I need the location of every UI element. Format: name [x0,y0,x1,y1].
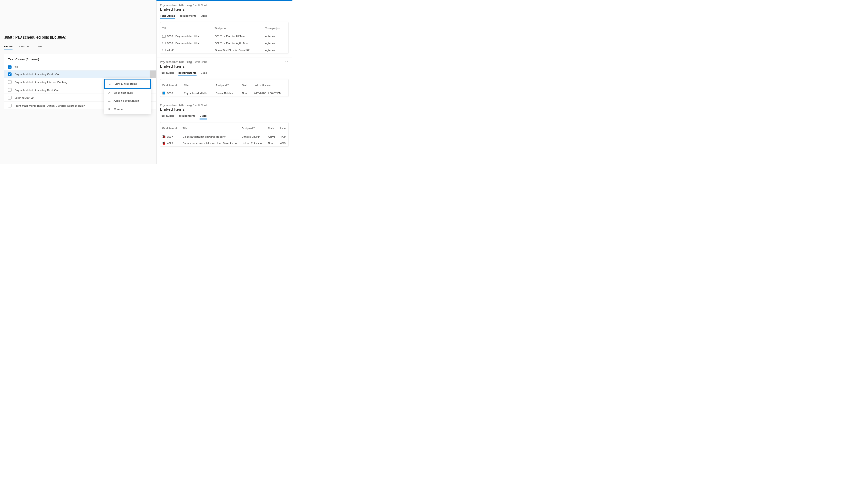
col-latest-update: Latest Update [252,79,288,90]
bugs-table: WorkItem Id Title Assigned To State Late… [160,122,289,146]
row-checkbox[interactable] [8,72,11,76]
cell: Cannot schedule a bill more than 3 weeks… [180,140,239,146]
cell: agileproj [263,47,288,53]
cell: New [266,140,278,146]
cell: 3897 [167,135,173,138]
cell: 4229 [167,141,173,145]
panel-title: Linked Items [160,107,289,112]
menu-label: Open test case [114,91,133,94]
cell: 3850 [167,92,173,95]
page-title: 3850 : Pay scheduled bills (ID: 3866) [4,35,157,40]
list-icon [108,99,111,102]
menu-label: Assign configuration [114,99,139,102]
cell: Chuck Reinhart [213,90,240,97]
table-row[interactable]: 🐞4229 Cannot schedule a bill more than 3… [160,140,288,146]
svg-point-0 [153,73,154,74]
cell: New [240,90,252,97]
tab-bugs[interactable]: Bugs [201,14,207,19]
row-title: Login to AS400 [15,96,34,99]
test-cases-heading: Test Cases (6 items) [4,54,157,64]
svg-point-2 [153,75,154,76]
title-col-header: Title [15,66,19,69]
requirements-table: WorkItem Id Title Assigned To State Late… [160,79,289,97]
tab-bugs[interactable]: Bugs [200,114,207,120]
table-row[interactable]: Pay scheduled bills using Credit Card [4,70,157,78]
cell: Pay scheduled bills [182,90,213,97]
close-icon[interactable] [284,104,289,108]
col-title: Title [182,79,213,90]
bug-icon: 🐞 [162,135,165,138]
row-checkbox[interactable] [8,88,11,91]
cell: Calendar data not showing properly [180,133,239,140]
test-suites-table: Title Test plan Team project 3850 : Pay … [160,22,289,53]
tab-chart[interactable]: Chart [35,45,42,50]
svg-rect-6 [163,42,163,43]
linked-items-panel-bugs: Pay scheduled bills using Credit Card Li… [157,101,293,147]
close-icon[interactable] [284,3,289,8]
col-team-project: Team project [263,22,288,33]
tab-requirements[interactable]: Requirements [178,71,196,76]
suite-icon [162,48,165,51]
svg-point-1 [153,74,154,75]
main-tabs: Define Execute Chart [4,45,157,50]
cell: S31 Test Plan for UI Team [213,33,263,40]
table-row[interactable]: 3850 : Pay scheduled bills S31 Test Plan… [160,33,288,40]
table-row[interactable]: 📘3850 Pay scheduled bills Chuck Reinhart… [160,90,288,97]
col-workitem-id: WorkItem Id [160,79,182,90]
linked-items-panel-test-suites: Pay scheduled bills using Credit Card Li… [157,1,293,58]
open-icon [108,91,111,94]
suite-icon [162,35,165,38]
svg-rect-8 [163,49,163,50]
table-row[interactable]: 🐞3897 Calendar data not showing properly… [160,133,288,140]
cell: Christie Church [239,133,266,140]
cell: 4/29 [278,140,288,146]
tab-test-suites[interactable]: Test Suites [160,14,175,19]
table-row[interactable]: 3850 : Pay scheduled bills S32 Test Plan… [160,40,288,47]
table-row[interactable]: all p2 Demo Test Plan for Sprint 37 agil… [160,47,288,53]
tab-execute[interactable]: Execute [19,45,29,50]
cell: 4/29 [278,133,288,140]
menu-label: View Linked Items [114,82,137,85]
panel-title: Linked Items [160,7,289,11]
menu-open-test-case[interactable]: Open test case [104,89,151,97]
menu-view-linked-items[interactable]: View Linked Items [104,79,151,89]
col-workitem-id: WorkItem Id [160,122,180,133]
cell: Active [266,133,278,140]
suite-icon [162,41,165,44]
row-title: From Main Menu choose Option 3 Broker Co… [15,104,85,107]
row-checkbox[interactable] [8,104,11,107]
col-test-plan: Test plan [213,22,263,33]
panel-tabs: Test Suites Requirements Bugs [160,14,289,19]
cell: S32 Test Plan for Agile Team [213,40,263,47]
cell: agileproj [263,33,288,40]
breadcrumb: Pay scheduled bills using Credit Card [160,60,289,63]
linked-items-panel-requirements: Pay scheduled bills using Credit Card Li… [157,58,293,101]
col-title: Title [180,122,239,133]
breadcrumb: Pay scheduled bills using Credit Card [160,104,289,107]
bug-icon: 🐞 [162,141,165,145]
row-more-button[interactable] [150,70,157,78]
row-checkbox[interactable] [8,80,11,84]
cell: Helena Petersen [239,140,266,146]
linked-items-panels: Pay scheduled bills using Credit Card Li… [156,0,292,164]
col-assigned-to: Assigned To [239,122,266,133]
cell: Demo Test Plan for Sprint 37 [213,47,263,53]
context-menu: View Linked Items Open test case Assign … [104,79,151,114]
close-icon[interactable] [284,61,289,65]
menu-assign-configuration[interactable]: Assign configuration [104,97,151,105]
panel-tabs: Test Suites Requirements Bugs [160,114,289,120]
tab-requirements[interactable]: Requirements [178,114,195,120]
panel-tabs: Test Suites Requirements Bugs [160,71,289,76]
breadcrumb: Pay scheduled bills using Credit Card [160,3,289,6]
row-checkbox[interactable] [8,96,11,99]
select-all-checkbox[interactable] [8,65,11,69]
col-assigned-to: Assigned To [213,79,240,90]
tab-test-suites[interactable]: Test Suites [160,71,174,76]
menu-remove[interactable]: Remove [104,105,151,113]
tab-test-suites[interactable]: Test Suites [160,114,174,120]
test-cases-header: Title [4,64,157,70]
row-title: Pay scheduled bills using Debit Card [15,88,60,91]
tab-requirements[interactable]: Requirements [179,14,196,19]
tab-define[interactable]: Define [4,45,13,50]
tab-bugs[interactable]: Bugs [201,71,207,76]
